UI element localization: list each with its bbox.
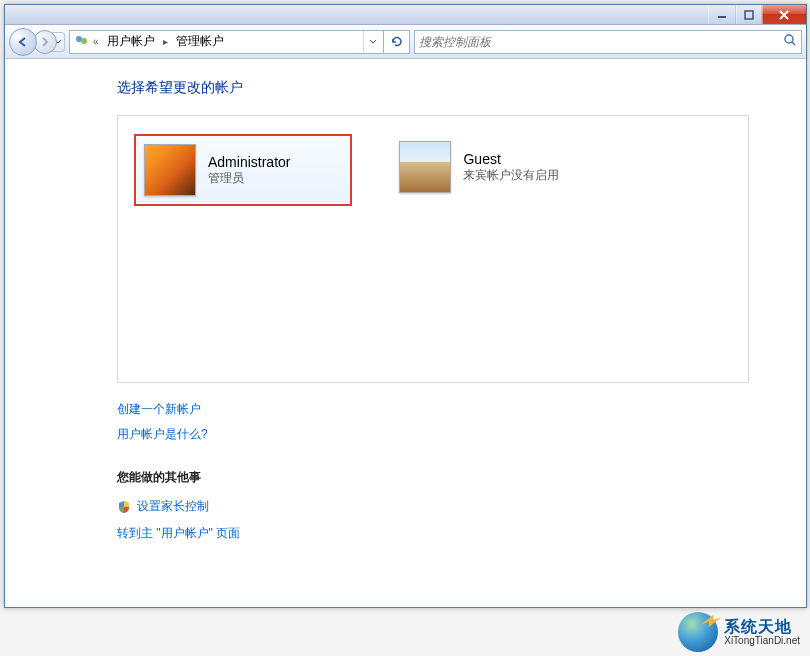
breadcrumb-seg-users[interactable]: 用户帐户 [102, 31, 160, 53]
svg-point-3 [81, 38, 87, 44]
search-icon [783, 33, 797, 50]
maximize-icon [744, 10, 754, 20]
breadcrumb[interactable]: « 用户帐户 ▸ 管理帐户 [69, 30, 384, 54]
other-things-title: 您能做的其他事 [117, 469, 749, 486]
refresh-icon [390, 35, 404, 49]
link-what-is-account[interactable]: 用户帐户是什么? [117, 426, 749, 443]
arrow-right-icon [39, 36, 51, 48]
chevron-right-icon: ▸ [160, 36, 171, 47]
account-picture-flower [144, 144, 196, 196]
minimize-icon [717, 10, 727, 20]
titlebar [5, 5, 806, 25]
link-goto-main[interactable]: 转到主 "用户帐户" 页面 [117, 525, 749, 542]
breadcrumb-seg-manage[interactable]: 管理帐户 [171, 31, 229, 53]
navbar: « 用户帐户 ▸ 管理帐户 [5, 25, 806, 59]
link-label: 转到主 "用户帐户" 页面 [117, 525, 240, 542]
svg-point-4 [785, 35, 793, 43]
account-name: Guest [463, 151, 559, 167]
account-list-panel: Administrator 管理员 Guest 来宾帐户没有启用 [117, 115, 749, 383]
watermark: 系统天地 XiTongTianDi.net [678, 612, 800, 652]
close-icon [778, 9, 790, 21]
account-picture-suitcase [399, 141, 451, 193]
shield-icon [117, 500, 131, 514]
svg-rect-1 [745, 11, 753, 19]
back-button[interactable] [9, 28, 37, 56]
refresh-button[interactable] [384, 30, 410, 54]
breadcrumb-prefix: « [90, 36, 102, 47]
links-group: 创建一个新帐户 用户帐户是什么? [117, 401, 749, 443]
svg-rect-0 [718, 16, 726, 18]
close-button[interactable] [762, 5, 806, 24]
nav-buttons [9, 28, 65, 56]
content-area: 选择希望更改的帐户 Administrator 管理员 Guest 来宾帐户没有… [5, 59, 806, 607]
svg-line-5 [792, 42, 795, 45]
minimize-button[interactable] [708, 5, 736, 24]
maximize-button[interactable] [736, 5, 762, 24]
chevron-down-icon [369, 39, 377, 45]
control-panel-window: « 用户帐户 ▸ 管理帐户 选择希望更改的帐户 [4, 4, 807, 608]
arrow-left-icon [16, 35, 30, 49]
account-card-guest[interactable]: Guest 来宾帐户没有启用 [392, 134, 588, 200]
account-card-administrator[interactable]: Administrator 管理员 [134, 134, 352, 206]
link-create-account[interactable]: 创建一个新帐户 [117, 401, 749, 418]
account-type: 管理员 [208, 170, 290, 187]
link-parental-controls[interactable]: 设置家长控制 [117, 498, 749, 515]
globe-icon [678, 612, 718, 652]
link-label: 设置家长控制 [137, 498, 209, 515]
search-input[interactable] [419, 35, 783, 49]
watermark-subtitle: XiTongTianDi.net [724, 635, 800, 646]
account-name: Administrator [208, 154, 290, 170]
breadcrumb-dropdown[interactable] [363, 31, 381, 53]
watermark-title: 系统天地 [724, 618, 800, 636]
user-accounts-icon [72, 33, 90, 51]
page-heading: 选择希望更改的帐户 [117, 79, 749, 97]
search-box[interactable] [414, 30, 802, 54]
account-type: 来宾帐户没有启用 [463, 167, 559, 184]
